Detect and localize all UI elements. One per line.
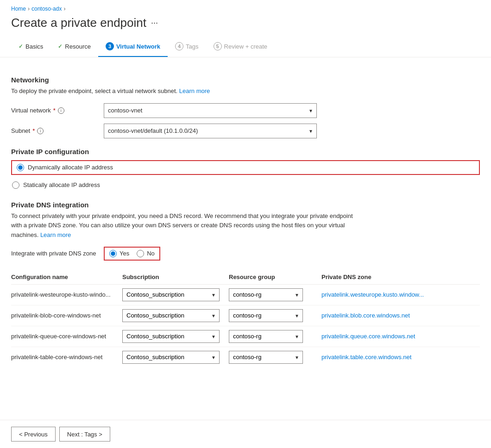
integrate-no-label: No xyxy=(147,250,155,257)
table-row: privatelink-table-core-windows-net Conto… xyxy=(11,347,480,367)
rg-select-0[interactable]: contoso-rg xyxy=(229,288,303,301)
tab-vnet-num: 3 xyxy=(106,42,114,50)
main-content: Networking To deploy the private endpoin… xyxy=(0,57,491,414)
integrate-no-option[interactable]: No xyxy=(137,250,155,257)
tab-resource-check: ✓ xyxy=(58,43,63,50)
integrate-yes-option[interactable]: Yes xyxy=(109,250,129,257)
breadcrumb-chevron-2: › xyxy=(63,6,65,12)
footer: < Previous Next : Tags > xyxy=(0,420,491,448)
cell-config-3: privatelink-table-core-windows-net xyxy=(11,347,122,367)
private-ip-section: Private IP configuration Dynamically all… xyxy=(11,148,480,192)
cell-rg-1: contoso-rg ▼ xyxy=(229,305,321,326)
cell-subscription-3: Contoso_subscription ▼ xyxy=(122,347,229,367)
tab-tags-label: Tags xyxy=(186,43,198,50)
subnet-row: Subnet * i contoso-vnet/default (10.1.0.… xyxy=(11,124,480,138)
breadcrumb-chevron-1: › xyxy=(28,6,30,12)
networking-learn-more[interactable]: Learn more xyxy=(179,87,210,94)
dns-table: Configuration name Subscription Resource… xyxy=(11,270,480,367)
dns-desc: To connect privately with your private e… xyxy=(11,212,363,240)
table-row: privatelink-queue-core-windows-net Conto… xyxy=(11,326,480,347)
tab-virtual-network[interactable]: 3 Virtual Network xyxy=(98,37,168,57)
radio-static[interactable]: Statically allocate IP address xyxy=(11,179,480,192)
dns-title: Private DNS integration xyxy=(11,201,480,209)
tab-review-create[interactable]: 5 Review + create xyxy=(206,37,275,57)
cell-subscription-0: Contoso_subscription ▼ xyxy=(122,284,229,305)
subnet-required: * xyxy=(32,127,35,134)
tabs-row: ✓ Basics ✓ Resource 3 Virtual Network 4 … xyxy=(0,37,491,57)
subnet-select[interactable]: contoso-vnet/default (10.1.0.0/24) xyxy=(104,124,317,138)
integrate-label: Integrate with private DNS zone xyxy=(11,250,104,257)
cell-dns-2: privatelink.queue.core.windows.net xyxy=(321,326,480,347)
page-title: Create a private endpoint xyxy=(11,16,146,30)
integrate-no-input[interactable] xyxy=(137,250,144,257)
radio-dynamic[interactable]: Dynamically allocate IP address xyxy=(11,160,480,175)
cell-config-2: privatelink-queue-core-windows-net xyxy=(11,326,122,347)
cell-rg-2: contoso-rg ▼ xyxy=(229,326,321,347)
more-options-icon[interactable]: ··· xyxy=(151,18,158,28)
next-button[interactable]: Next : Tags > xyxy=(59,427,110,442)
private-ip-title: Private IP configuration xyxy=(11,148,480,156)
dns-table-header-row: Configuration name Subscription Resource… xyxy=(11,270,480,285)
subnet-label: Subnet * i xyxy=(11,127,104,134)
cell-dns-1: privatelink.blob.core.windows.net xyxy=(321,305,480,326)
page-title-row: Create a private endpoint ··· xyxy=(0,14,491,37)
breadcrumb-home[interactable]: Home xyxy=(11,6,26,12)
cell-config-1: privatelink-blob-core-windows-net xyxy=(11,305,122,326)
tab-resource[interactable]: ✓ Resource xyxy=(50,38,98,56)
tab-review-label: Review + create xyxy=(224,43,268,50)
rg-select-1[interactable]: contoso-rg xyxy=(229,309,303,322)
tab-resource-label: Resource xyxy=(65,43,91,50)
tab-review-num: 5 xyxy=(214,42,222,50)
subscription-select-1[interactable]: Contoso_subscription xyxy=(122,309,220,322)
tab-basics[interactable]: ✓ Basics xyxy=(11,38,50,56)
col-resource-group: Resource group xyxy=(229,270,321,285)
vnet-info-icon[interactable]: i xyxy=(58,107,64,114)
cell-rg-3: contoso-rg ▼ xyxy=(229,347,321,367)
table-row: privatelink-blob-core-windows-net Contos… xyxy=(11,305,480,326)
integrate-radio-group: Yes No xyxy=(104,247,160,261)
radio-static-label: Statically allocate IP address xyxy=(23,181,100,188)
previous-button[interactable]: < Previous xyxy=(11,427,56,442)
tab-tags-num: 4 xyxy=(175,42,183,50)
cell-rg-0: contoso-rg ▼ xyxy=(229,284,321,305)
col-config-name: Configuration name xyxy=(11,270,122,285)
table-row: privatelink-westeurope-kusto-windo... Co… xyxy=(11,284,480,305)
vnet-required: * xyxy=(53,107,56,114)
integrate-row: Integrate with private DNS zone Yes No xyxy=(11,247,480,261)
subnet-info-icon[interactable]: i xyxy=(37,128,44,134)
subscription-select-0[interactable]: Contoso_subscription xyxy=(122,288,220,301)
tab-tags[interactable]: 4 Tags xyxy=(168,37,206,57)
virtual-network-select[interactable]: contoso-vnet xyxy=(104,103,317,118)
tab-basics-label: Basics xyxy=(25,43,43,50)
networking-section: Networking To deploy the private endpoin… xyxy=(11,76,480,96)
dns-section: Private DNS integration To connect priva… xyxy=(11,201,480,367)
dns-learn-more[interactable]: Learn more xyxy=(40,231,71,238)
subscription-select-2[interactable]: Contoso_subscription xyxy=(122,330,220,343)
col-subscription: Subscription xyxy=(122,270,229,285)
cell-dns-0: privatelink.westeurope.kusto.window... xyxy=(321,284,480,305)
subnet-select-wrapper: contoso-vnet/default (10.1.0.0/24) ▼ xyxy=(104,124,317,138)
private-ip-radio-group: Dynamically allocate IP address Statical… xyxy=(11,160,480,192)
virtual-network-select-wrapper: contoso-vnet ▼ xyxy=(104,103,317,118)
subscription-select-3[interactable]: Contoso_subscription xyxy=(122,351,220,364)
rg-select-2[interactable]: contoso-rg xyxy=(229,330,303,343)
integrate-yes-label: Yes xyxy=(120,250,129,257)
col-dns-zone: Private DNS zone xyxy=(321,270,480,285)
cell-subscription-2: Contoso_subscription ▼ xyxy=(122,326,229,347)
breadcrumb: Home › contoso-adx › xyxy=(0,0,491,14)
cell-subscription-1: Contoso_subscription ▼ xyxy=(122,305,229,326)
networking-desc-text: To deploy the private endpoint, select a… xyxy=(11,87,177,94)
tab-vnet-label: Virtual Network xyxy=(116,43,160,50)
networking-desc: To deploy the private endpoint, select a… xyxy=(11,87,480,96)
virtual-network-row: Virtual network * i contoso-vnet ▼ xyxy=(11,103,480,118)
radio-dynamic-input[interactable] xyxy=(17,164,24,171)
cell-dns-3: privatelink.table.core.windows.net xyxy=(321,347,480,367)
integrate-yes-input[interactable] xyxy=(109,250,117,257)
breadcrumb-resource[interactable]: contoso-adx xyxy=(31,6,62,12)
virtual-network-label: Virtual network * i xyxy=(11,107,104,114)
radio-dynamic-label: Dynamically allocate IP address xyxy=(28,164,113,171)
cell-config-0: privatelink-westeurope-kusto-windo... xyxy=(11,284,122,305)
rg-select-3[interactable]: contoso-rg xyxy=(229,351,303,364)
tab-basics-check: ✓ xyxy=(19,43,23,50)
radio-static-input[interactable] xyxy=(12,181,19,189)
